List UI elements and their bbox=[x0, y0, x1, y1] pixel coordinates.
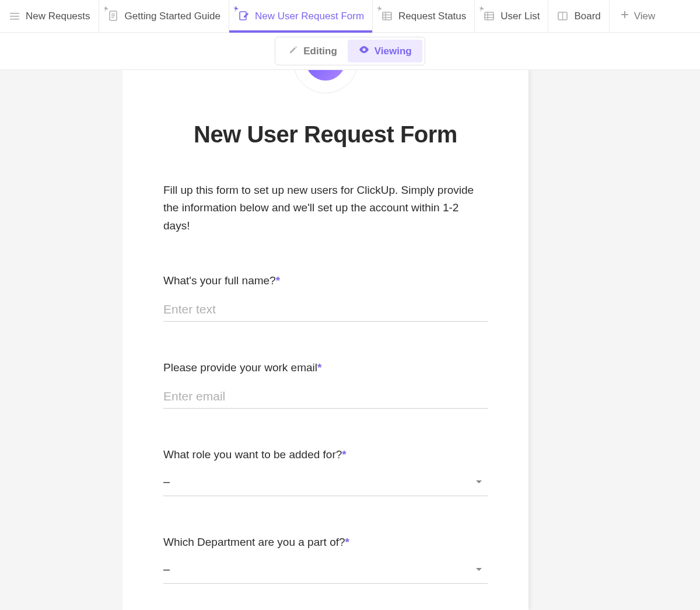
work-email-input[interactable] bbox=[163, 384, 488, 409]
add-view-label: View bbox=[634, 11, 656, 22]
caret-down-icon bbox=[476, 568, 482, 571]
svg-rect-1 bbox=[10, 16, 19, 17]
required-asterisk: * bbox=[317, 361, 321, 374]
editing-mode-button[interactable]: Editing bbox=[278, 40, 348, 62]
svg-rect-0 bbox=[10, 13, 19, 14]
tab-label: Getting Started Guide bbox=[125, 11, 220, 22]
form-description: Fill up this form to set up new users fo… bbox=[163, 182, 488, 235]
eye-icon bbox=[358, 45, 370, 57]
tab-new-requests[interactable]: New Requests bbox=[0, 0, 99, 33]
add-view-button[interactable]: View bbox=[610, 10, 666, 22]
select-value: – bbox=[163, 563, 170, 576]
field-full-name: What's your full name?* bbox=[163, 274, 488, 322]
form-logo bbox=[293, 70, 358, 93]
table-icon bbox=[381, 10, 394, 23]
required-asterisk: * bbox=[276, 274, 280, 287]
board-icon bbox=[556, 10, 569, 23]
required-asterisk: * bbox=[342, 448, 346, 461]
field-role: What role you want to be added for?* – bbox=[163, 448, 488, 496]
field-label: What's your full name?* bbox=[163, 274, 488, 287]
viewing-mode-button[interactable]: Viewing bbox=[348, 40, 422, 62]
tab-label: New User Request Form bbox=[255, 11, 364, 22]
caret-down-icon bbox=[476, 480, 482, 483]
tab-request-status[interactable]: Request Status bbox=[373, 0, 475, 33]
svg-rect-8 bbox=[383, 12, 391, 20]
field-label: Which Department are you a part of?* bbox=[163, 536, 488, 549]
tab-label: New Requests bbox=[26, 11, 90, 22]
role-select[interactable]: – bbox=[163, 468, 488, 496]
svg-rect-2 bbox=[10, 19, 19, 20]
viewing-label: Viewing bbox=[374, 46, 412, 57]
form-card: New User Request Form Fill up this form … bbox=[123, 70, 528, 610]
table-icon bbox=[483, 10, 496, 23]
tab-label: Request Status bbox=[398, 11, 466, 22]
field-work-email: Please provide your work email* bbox=[163, 361, 488, 409]
tab-board[interactable]: Board bbox=[548, 0, 609, 33]
doc-icon bbox=[107, 10, 120, 23]
list-icon bbox=[8, 10, 21, 23]
tab-label: Board bbox=[574, 11, 600, 22]
form-title: New User Request Form bbox=[163, 121, 488, 148]
tab-label: User List bbox=[501, 11, 540, 22]
svg-rect-12 bbox=[485, 12, 494, 20]
department-select[interactable]: – bbox=[163, 556, 488, 584]
field-label: Please provide your work email* bbox=[163, 361, 488, 374]
svg-point-20 bbox=[362, 48, 365, 51]
required-asterisk: * bbox=[345, 536, 349, 548]
editing-label: Editing bbox=[303, 46, 337, 57]
field-label: What role you want to be added for?* bbox=[163, 448, 488, 461]
select-value: – bbox=[163, 475, 170, 489]
pencil-icon bbox=[288, 44, 299, 58]
plus-icon bbox=[620, 10, 629, 22]
mode-bar: Editing Viewing bbox=[0, 33, 700, 70]
tab-getting-started-guide[interactable]: Getting Started Guide bbox=[99, 0, 229, 33]
field-department: Which Department are you a part of?* – bbox=[163, 536, 488, 584]
views-tab-bar: New Requests Getting Started Guide New U… bbox=[0, 0, 700, 33]
tab-new-user-request-form[interactable]: New User Request Form bbox=[229, 0, 373, 33]
form-icon bbox=[237, 10, 250, 23]
tab-user-list[interactable]: User List bbox=[475, 0, 548, 33]
mode-toggle: Editing Viewing bbox=[275, 37, 425, 65]
full-name-input[interactable] bbox=[163, 297, 488, 322]
content-area: New User Request Form Fill up this form … bbox=[0, 70, 700, 610]
